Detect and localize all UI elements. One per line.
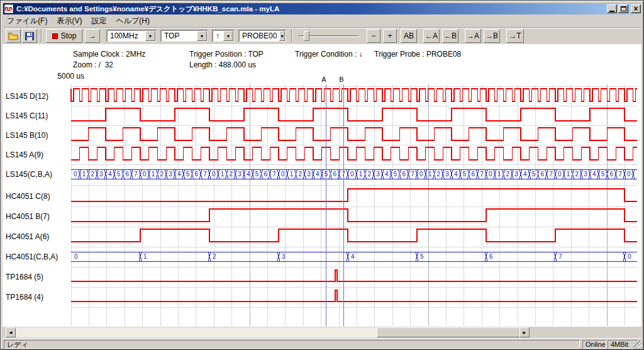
- svg-text:4: 4: [385, 171, 389, 178]
- svg-text:2: 2: [91, 171, 95, 178]
- svg-text:7: 7: [411, 171, 414, 178]
- svg-text:5: 5: [325, 171, 328, 178]
- svg-text:2: 2: [368, 171, 372, 178]
- svg-text:0: 0: [212, 171, 216, 178]
- scroll-strip: ◄ ►: [3, 327, 641, 338]
- svg-text:4: 4: [316, 171, 319, 178]
- svg-text:0: 0: [627, 171, 631, 178]
- svg-text:3: 3: [445, 171, 449, 178]
- svg-text:6: 6: [489, 253, 493, 260]
- svg-text:4: 4: [108, 171, 112, 178]
- scroll-right-icon: ►: [522, 330, 527, 336]
- scrollbar-thumb[interactable]: [377, 327, 520, 337]
- status-bar: レディ Online 4MBit: [3, 338, 641, 349]
- svg-text:6: 6: [195, 171, 199, 178]
- svg-text:5: 5: [463, 171, 467, 178]
- svg-text:2: 2: [160, 171, 164, 178]
- svg-text:7: 7: [272, 171, 276, 178]
- cursor-label-A: A: [321, 76, 326, 83]
- channel-label: HC4051 A(6): [6, 232, 49, 241]
- svg-text:3: 3: [376, 171, 380, 178]
- channel-label: LS145 D(12): [6, 92, 48, 101]
- svg-text:1: 1: [359, 171, 363, 178]
- svg-text:0: 0: [143, 171, 147, 178]
- cursor-label-B: B: [339, 76, 343, 83]
- svg-text:2: 2: [575, 171, 579, 178]
- svg-text:0: 0: [628, 253, 631, 260]
- svg-text:7: 7: [480, 171, 484, 178]
- svg-text:0: 0: [419, 171, 423, 178]
- svg-text:5: 5: [117, 171, 121, 178]
- svg-text:5: 5: [255, 171, 259, 178]
- svg-text:3: 3: [99, 171, 103, 178]
- channel-label: TP1684 (4): [6, 293, 43, 302]
- channel-label: TP1684 (5): [6, 273, 43, 281]
- svg-text:6: 6: [402, 171, 406, 178]
- svg-text:0: 0: [350, 171, 354, 178]
- channel-label: LS145 C(11): [6, 111, 48, 120]
- status-online: Online: [582, 340, 606, 349]
- scroll-right-button[interactable]: ►: [519, 327, 530, 337]
- svg-text:6: 6: [264, 171, 268, 178]
- svg-text:5: 5: [532, 171, 536, 178]
- svg-text:7: 7: [618, 171, 622, 178]
- svg-text:3: 3: [169, 171, 172, 178]
- svg-text:5: 5: [186, 171, 190, 178]
- channel-label: LS145 A(9): [6, 150, 43, 159]
- svg-text:1: 1: [221, 171, 225, 178]
- svg-text:2: 2: [230, 171, 233, 178]
- svg-text:7: 7: [549, 171, 553, 178]
- svg-text:1: 1: [82, 171, 86, 178]
- svg-text:3: 3: [514, 171, 518, 178]
- svg-text:6: 6: [126, 171, 130, 178]
- svg-text:0: 0: [281, 171, 285, 178]
- svg-text:4: 4: [592, 171, 596, 178]
- svg-text:7: 7: [203, 171, 207, 178]
- svg-text:7: 7: [558, 253, 562, 260]
- svg-text:6: 6: [541, 171, 545, 178]
- svg-text:2: 2: [213, 253, 216, 260]
- svg-text:3: 3: [584, 171, 587, 178]
- svg-text:3: 3: [282, 253, 286, 260]
- waveform-plot[interactable]: LS145 D(12)LS145 C(11)LS145 B(10)LS145 A…: [1, 1, 644, 350]
- channel-label: LS145(C,B,A): [6, 170, 52, 179]
- app-window: C:¥Documents and Settings¥noname¥デスクトップ¥…: [0, 0, 644, 350]
- svg-text:5: 5: [394, 171, 397, 178]
- svg-text:3: 3: [238, 171, 242, 178]
- horizontal-scrollbar[interactable]: ◄ ►: [6, 327, 530, 337]
- svg-text:6: 6: [472, 171, 475, 178]
- scroll-left-button[interactable]: ◄: [6, 327, 16, 337]
- svg-text:6: 6: [333, 171, 337, 178]
- svg-text:1: 1: [567, 171, 570, 178]
- svg-text:5: 5: [420, 253, 424, 260]
- svg-text:1: 1: [143, 253, 147, 260]
- svg-text:2: 2: [437, 171, 441, 178]
- svg-text:0: 0: [558, 171, 562, 178]
- channel-label: HC4051(C,B,A): [6, 252, 58, 261]
- resize-grip[interactable]: [633, 341, 641, 349]
- channel-label: HC4051 C(8): [6, 192, 50, 201]
- svg-text:4: 4: [523, 171, 527, 178]
- svg-text:7: 7: [134, 171, 138, 178]
- svg-text:4: 4: [454, 171, 458, 178]
- svg-text:5: 5: [601, 171, 605, 178]
- svg-text:2: 2: [299, 171, 303, 178]
- channel-label: HC4051 B(7): [6, 212, 50, 221]
- svg-text:4: 4: [351, 253, 355, 260]
- svg-text:4: 4: [177, 171, 181, 178]
- svg-text:3: 3: [307, 171, 311, 178]
- scroll-left-icon: ◄: [8, 330, 13, 336]
- svg-text:6: 6: [610, 171, 614, 178]
- status-ready: レディ: [4, 340, 580, 349]
- svg-text:0: 0: [489, 171, 492, 178]
- channel-label: LS145 B(10): [6, 131, 48, 140]
- svg-text:4: 4: [247, 171, 250, 178]
- svg-text:0: 0: [74, 253, 78, 260]
- svg-text:2: 2: [506, 171, 510, 178]
- svg-text:0: 0: [74, 171, 77, 178]
- svg-text:1: 1: [290, 171, 294, 178]
- svg-text:1: 1: [428, 171, 432, 178]
- svg-text:1: 1: [497, 171, 501, 178]
- svg-text:1: 1: [152, 171, 155, 178]
